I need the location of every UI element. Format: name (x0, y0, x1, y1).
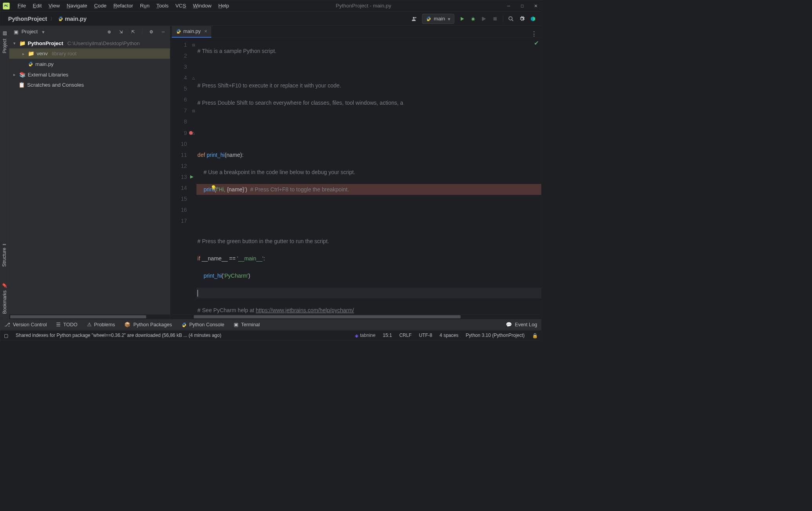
terminal-icon: ▣ (234, 322, 238, 327)
collapse-all-icon[interactable]: ⇱ (130, 29, 136, 35)
breadcrumb-file[interactable]: main.py (55, 15, 89, 23)
menu-vcs[interactable]: VCS (173, 2, 189, 10)
menu-edit[interactable]: Edit (30, 2, 44, 10)
menu-view[interactable]: View (46, 2, 62, 10)
svg-point-1 (61, 20, 62, 20)
tool-settings-icon[interactable]: ⚙ (148, 29, 154, 35)
code-with-me-icon[interactable] (530, 16, 536, 22)
menu-tools[interactable]: Tools (154, 2, 171, 10)
close-tab-icon[interactable]: × (204, 29, 207, 34)
stop-button[interactable] (492, 16, 498, 22)
tool-project[interactable]: Project ▥ (2, 31, 7, 53)
editor-area: main.py × ⋮ ✔ 12345678 91011121314151617… (170, 26, 541, 319)
menu-file[interactable]: File (15, 2, 29, 10)
bubble-icon: 💬 (506, 322, 512, 327)
svg-rect-4 (482, 17, 483, 21)
svg-rect-5 (493, 17, 497, 20)
caret-position[interactable]: 15:1 (383, 333, 392, 338)
python-file-icon (176, 29, 181, 34)
chevron-right-icon[interactable]: ▸ (12, 72, 17, 77)
project-tab[interactable]: ▣ Project ▾ (9, 26, 49, 38)
code-body[interactable]: # This is a sample Python script. # Pres… (196, 38, 541, 315)
coverage-button[interactable] (481, 16, 487, 22)
menu-run[interactable]: Run (137, 2, 152, 10)
python-file-icon (58, 16, 63, 21)
indent-settings[interactable]: 4 spaces (440, 333, 458, 338)
menu-bar: PC File Edit View Navigate Code Refactor… (0, 0, 541, 12)
package-icon: 📦 (124, 322, 131, 327)
breadcrumb-project[interactable]: PythonProject (5, 15, 50, 23)
add-user-icon[interactable] (411, 16, 417, 22)
tree-mainpy[interactable]: main.py (9, 59, 170, 69)
tree-root[interactable]: ▾ 📁 PythonProject C:\Users\yilma\Desktop… (9, 38, 170, 49)
window-close-icon[interactable]: ✕ (533, 3, 539, 9)
interpreter-widget[interactable]: Python 3.10 (PythonProject) (466, 333, 525, 338)
run-button[interactable] (459, 16, 465, 22)
project-sidebar: ▣ Project ▾ ⊕ ⇲ ⇱ ⚙ ─ ▾ 📁 PythonProjec (9, 26, 170, 319)
list-icon: ☰ (56, 322, 60, 327)
menu-code[interactable]: Code (91, 2, 109, 10)
search-everywhere-icon[interactable] (508, 16, 514, 22)
tree-scratches[interactable]: 📋 Scratches and Consoles (9, 80, 170, 90)
project-tree[interactable]: ▾ 📁 PythonProject C:\Users\yilma\Desktop… (9, 38, 170, 315)
tree-external-libs[interactable]: ▸ 📚 External Libraries (9, 69, 170, 80)
menu-navigate[interactable]: Navigate (64, 2, 90, 10)
tabnine-icon: ◈ (355, 333, 358, 338)
menu-window[interactable]: Window (190, 2, 214, 10)
settings-icon[interactable] (519, 16, 525, 22)
tool-terminal[interactable]: ▣Terminal (234, 322, 260, 327)
tab-options-icon[interactable]: ⋮ (527, 30, 541, 38)
python-icon (182, 322, 187, 327)
navigation-bar: PythonProject 〉 main.py main ▾ (0, 12, 541, 26)
tool-window-icon[interactable]: ▢ (4, 333, 8, 338)
expand-all-icon[interactable]: ⇲ (118, 29, 124, 35)
tool-structure[interactable]: Structure ⦀ (2, 244, 7, 267)
chevron-right-icon: 〉 (50, 16, 55, 22)
menu-help[interactable]: Help (216, 2, 232, 10)
tool-python-packages[interactable]: 📦Python Packages (124, 322, 172, 327)
scratch-icon: 📋 (18, 82, 25, 88)
code-editor[interactable]: ✔ 12345678 91011121314151617 ⊟△⊟△ # This… (170, 38, 541, 315)
run-config-selector[interactable]: main ▾ (422, 14, 454, 24)
tool-problems[interactable]: ⚠Problems (87, 322, 115, 327)
sidebar-scrollbar[interactable] (9, 315, 170, 319)
svg-point-6 (509, 16, 512, 20)
line-gutter[interactable]: 12345678 91011121314151617 (170, 38, 191, 315)
run-config-label: main (434, 16, 445, 22)
warning-icon: ⚠ (87, 322, 91, 327)
structure-icon: ⦀ (2, 244, 7, 245)
menu-refactor[interactable]: Refactor (111, 2, 136, 10)
window-title: PythonProject - main.py (331, 3, 396, 9)
breadcrumb-file-label: main.py (65, 15, 87, 22)
hide-tool-icon[interactable]: ─ (160, 29, 166, 35)
folder-icon: ▥ (2, 31, 7, 36)
lock-icon[interactable]: 🔒 (532, 333, 538, 338)
left-tool-strip: Project ▥ Structure ⦀ Bookmarks 🔖 (0, 26, 9, 319)
select-opened-icon[interactable]: ⊕ (106, 29, 112, 35)
editor-tab-mainpy[interactable]: main.py × (172, 26, 211, 38)
inspection-status-icon[interactable]: ✔ (534, 40, 539, 47)
tool-python-console[interactable]: Python Console (182, 322, 224, 328)
tool-version-control[interactable]: ⎇Version Control (4, 322, 47, 327)
debug-button[interactable] (470, 16, 476, 22)
tabnine-widget[interactable]: ◈tabnine (355, 333, 376, 338)
chevron-down-icon[interactable]: ▾ (12, 41, 17, 46)
tree-venv[interactable]: ▸ 📁 venv library root (9, 48, 170, 59)
library-icon: 📚 (19, 71, 26, 78)
tool-event-log[interactable]: 💬Event Log (506, 322, 537, 327)
app-logo-icon: PC (3, 2, 9, 9)
file-encoding[interactable]: UTF-8 (419, 333, 432, 338)
python-icon (426, 16, 431, 21)
chevron-right-icon[interactable]: ▸ (21, 51, 26, 56)
line-separator[interactable]: CRLF (399, 333, 411, 338)
tool-todo[interactable]: ☰TODO (56, 322, 77, 327)
tool-bookmarks[interactable]: Bookmarks 🔖 (2, 282, 7, 314)
bookmark-icon: 🔖 (2, 282, 7, 288)
svg-point-0 (60, 17, 60, 17)
branch-icon: ⎇ (4, 322, 10, 327)
window-minimize-icon[interactable]: ─ (506, 3, 512, 9)
status-bar: ▢ Shared indexes for Python package "whe… (0, 330, 541, 341)
chevron-down-icon: ▾ (42, 29, 45, 35)
editor-scrollbar[interactable] (170, 315, 541, 319)
window-maximize-icon[interactable]: □ (520, 3, 525, 9)
